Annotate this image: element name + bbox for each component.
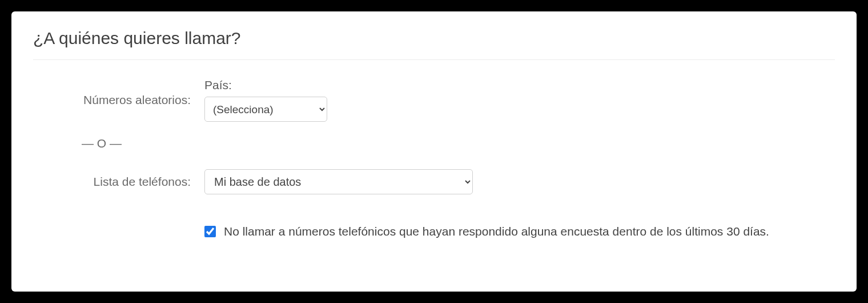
- exclude-checkbox-row: No llamar a números telefónicos que haya…: [33, 225, 835, 238]
- country-field-group: País: (Selecciona): [204, 78, 835, 122]
- exclude-checkbox-label: No llamar a números telefónicos que haya…: [224, 225, 769, 238]
- card-panel: ¿A quiénes quieres llamar? Números aleat…: [11, 11, 857, 292]
- random-numbers-row: Números aleatorios: País: (Selecciona): [33, 78, 835, 122]
- page-title: ¿A quiénes quieres llamar?: [33, 29, 835, 60]
- exclude-checkbox[interactable]: [204, 226, 216, 237]
- phone-list-label: Lista de teléfonos:: [33, 175, 204, 189]
- phone-list-row: Lista de teléfonos: Mi base de datos: [33, 168, 835, 196]
- phone-list-select[interactable]: Mi base de datos: [204, 169, 473, 194]
- exclude-checkbox-wrap: No llamar a números telefónicos que haya…: [204, 225, 769, 238]
- form-area: Números aleatorios: País: (Selecciona) —…: [33, 76, 835, 238]
- or-separator-text: — O —: [33, 137, 204, 150]
- or-separator-row: — O —: [33, 137, 835, 150]
- country-label: País:: [204, 78, 232, 92]
- phone-list-field-group: Mi base de datos: [204, 169, 835, 194]
- country-select[interactable]: (Selecciona): [204, 97, 327, 122]
- random-numbers-label: Números aleatorios:: [33, 93, 204, 107]
